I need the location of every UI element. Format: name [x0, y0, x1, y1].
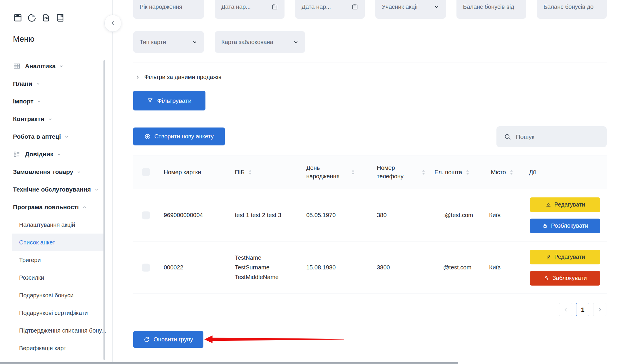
sidebar-item-directory[interactable]: Довідник: [0, 145, 105, 163]
cell-birth-date-value: 05.05.1970: [306, 210, 336, 220]
sidebar-item-plans[interactable]: Плани: [0, 75, 105, 93]
update-group-button[interactable]: Оновити групу: [133, 331, 203, 348]
filter-label: Карта заблокована: [221, 39, 273, 46]
chevron-down-icon: [37, 99, 41, 104]
filter-birth-date-to[interactable]: Дата нар...: [295, 0, 365, 19]
cell-email: @test.com: [443, 241, 471, 293]
column-header-label: Ел. пошта: [434, 168, 462, 177]
filter-label: Учасник акції: [382, 4, 418, 10]
full-name-line: TestMiddleName: [235, 272, 279, 282]
cell-city: Київ: [489, 241, 501, 293]
cell-city-value: Київ: [489, 263, 501, 272]
select-all-checkbox[interactable]: [142, 168, 150, 176]
row-checkbox[interactable]: [142, 211, 150, 219]
filter-button[interactable]: Фільтрувати: [133, 91, 205, 110]
sales-filters-label: Фільтри за даними продажів: [144, 74, 221, 80]
cell-city: Київ: [489, 189, 501, 241]
full-name-line: TestName: [235, 253, 261, 263]
column-header: ПІБ: [235, 155, 252, 189]
sidebar-item-contracts[interactable]: Контракти: [0, 110, 105, 128]
unblock-button[interactable]: Розблокувати: [530, 219, 600, 233]
sort-icon[interactable]: [248, 170, 252, 175]
row-checkbox[interactable]: [142, 264, 150, 271]
column-header: Дії: [529, 155, 536, 189]
cell-email-value: :@test.com: [443, 210, 473, 220]
cell-card-number-value: 000022: [164, 263, 183, 272]
edit-button[interactable]: Редагувати: [530, 197, 600, 212]
pagination-page-1[interactable]: 1: [576, 303, 589, 316]
filter-button-label: Фільтрувати: [157, 97, 191, 104]
create-questionnaire-button[interactable]: Створити нову анкету: [133, 128, 225, 145]
sidebar-item-maintenance[interactable]: Технічне обслуговування: [0, 181, 105, 198]
sidebar-item-goods-order[interactable]: Замовлення товару: [0, 163, 105, 181]
list-icon: [13, 150, 21, 158]
sidebar-item-pharmacy-work[interactable]: Робота в аптеці: [0, 128, 105, 145]
sidebar-item-questionnaire-list[interactable]: Список анкет: [12, 234, 105, 251]
questionnaire-table: Номер карткиПІБДень народженняНомер теле…: [133, 155, 607, 294]
sidebar-item-card-verification[interactable]: Верифікація карт: [0, 339, 105, 357]
sidebar-item-gift-certificates[interactable]: Подарункові сертифікати: [0, 304, 105, 322]
chevron-down-icon: [57, 152, 61, 157]
search-input[interactable]: Пошук: [496, 126, 607, 147]
pagination-prev-button[interactable]: [559, 303, 572, 316]
filter-birth-year[interactable]: Рік народження: [133, 0, 204, 19]
column-header-label: Дії: [529, 168, 536, 177]
chevron-left-icon: [563, 307, 568, 312]
sort-icon[interactable]: [421, 170, 426, 175]
app: Меню АналітикаПланиІмпортКонтрактиРобота…: [0, 0, 629, 364]
sales-filters-toggle[interactable]: Фільтри за даними продажів: [135, 71, 221, 83]
create-button-label: Створити нову анкету: [154, 133, 214, 140]
sidebar-item-triggers[interactable]: Тригери: [0, 251, 105, 269]
search-placeholder: Пошук: [516, 133, 534, 140]
cell-full-name: TestNameTestSurnameTestMiddleName: [235, 241, 279, 293]
filter-label: Тип карти: [140, 39, 166, 46]
sidebar-item-label: Список анкет: [19, 239, 55, 246]
cell-full-name: test 1 test 2 test 3: [235, 189, 281, 241]
filter-bonus-balance-to[interactable]: Баланс бонусів до: [537, 0, 607, 19]
sidebar-item-analytics[interactable]: Аналітика: [0, 57, 105, 75]
row-actions: РедагуватиРозблокувати: [530, 189, 600, 241]
sidebar-collapse-button[interactable]: [104, 15, 121, 32]
sidebar-item-label: Замовлення товару: [13, 168, 73, 175]
sidebar-item-bonus-writeoff-confirm[interactable]: Підтвердження списання бону...: [0, 322, 105, 339]
sidebar-item-loyalty-program[interactable]: Програма лояльності: [0, 198, 105, 216]
sidebar-item-label: Налаштування акцій: [19, 222, 75, 228]
filter-card-type[interactable]: Тип карти: [133, 31, 204, 53]
cell-phone: 380: [377, 189, 387, 241]
column-header-label: Місто: [491, 168, 506, 177]
filter-birth-date-from[interactable]: Дата нар...: [215, 0, 285, 19]
refresh-icon: [143, 336, 150, 343]
cell-card-number: 969000000004: [164, 189, 203, 241]
chevron-right-icon: [597, 307, 603, 312]
sidebar-item-promo-settings[interactable]: Налаштування акцій: [0, 216, 105, 234]
sort-icon[interactable]: [509, 170, 513, 175]
calendar-icon: [352, 4, 358, 10]
edit-icon: [545, 202, 551, 208]
sidebar-item-import[interactable]: Імпорт: [0, 93, 105, 110]
column-header-label: Номер картки: [164, 168, 201, 177]
sidebar-scrollbar[interactable]: [103, 60, 105, 360]
sort-icon[interactable]: [466, 170, 470, 175]
sidebar-item-mailings[interactable]: Розсилки: [0, 269, 105, 286]
filter-promo-participant[interactable]: Учасник акції: [375, 0, 446, 19]
column-header-label: День народження: [306, 164, 347, 181]
column-header: Номер картки: [164, 155, 201, 189]
sidebar-item-gift-bonuses[interactable]: Подарункові бонуси: [0, 286, 105, 304]
filter-card-blocked[interactable]: Карта заблокована: [215, 31, 305, 53]
pagination-next-button[interactable]: [593, 303, 606, 316]
table-row: 969000000004test 1 test 2 test 305.05.19…: [133, 189, 607, 241]
chevron-down-icon: [293, 39, 299, 45]
pagination-current-label: 1: [581, 306, 585, 313]
sort-icon[interactable]: [351, 170, 355, 175]
table-body: 969000000004test 1 test 2 test 305.05.19…: [133, 189, 607, 294]
action-button-label: Редагувати: [554, 254, 585, 260]
edit-button[interactable]: Редагувати: [530, 250, 600, 264]
cell-birth-date: 15.08.1980: [306, 241, 336, 293]
sidebar-item-label: Імпорт: [13, 98, 34, 105]
grid-icon: [13, 62, 21, 70]
block-button[interactable]: Заблокувати: [530, 271, 600, 286]
horizontal-scrollbar[interactable]: [0, 362, 458, 364]
filter-bonus-balance-from[interactable]: Баланс бонусів від: [456, 0, 526, 19]
filter-label: Дата нар...: [221, 4, 251, 10]
chevron-down-icon: [48, 117, 52, 121]
